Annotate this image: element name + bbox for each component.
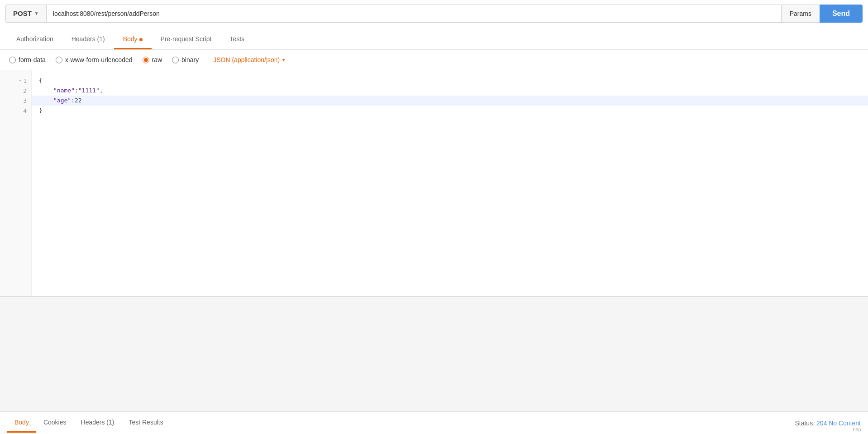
radio-form-data-label: form-data (19, 56, 46, 63)
watermark: http... (850, 425, 868, 434)
collapse-arrow-icon[interactable]: ▾ (19, 78, 21, 83)
radio-binary[interactable]: binary (172, 56, 199, 63)
code-line-3: "age":22 (32, 96, 868, 106)
radio-urlencoded[interactable]: x-www-form-urlencoded (56, 56, 133, 63)
send-button[interactable]: Send (820, 5, 863, 23)
line-numbers: ▾ 1 2 3 4 (0, 70, 32, 296)
tab-tests-label: Tests (229, 35, 244, 43)
status-label: Status: (795, 420, 815, 427)
tab-headers-label: Headers (1) (72, 35, 105, 43)
tab-body[interactable]: Body (114, 30, 152, 49)
radio-raw[interactable]: raw (143, 56, 162, 63)
params-button[interactable]: Params (781, 5, 820, 23)
response-tab-test-results-label: Test Results (129, 419, 163, 426)
response-tab-headers-label: Headers (1) (81, 419, 114, 426)
code-line-1: { (39, 76, 861, 86)
response-tab-cookies-label: Cookies (43, 419, 67, 426)
url-input[interactable] (46, 5, 781, 23)
tab-body-label: Body (123, 35, 138, 43)
tab-pre-request-label: Pre-request Script (161, 35, 212, 43)
radio-form-data[interactable]: form-data (9, 56, 46, 63)
code-line-4: } (39, 106, 861, 116)
body-type-row: form-data x-www-form-urlencoded raw bina… (0, 50, 868, 70)
tab-authorization[interactable]: Authorization (7, 30, 62, 49)
radio-binary-label: binary (181, 56, 199, 63)
tab-headers[interactable]: Headers (1) (62, 30, 114, 49)
line-number-2: 2 (0, 86, 31, 96)
radio-urlencoded-input[interactable] (56, 57, 62, 63)
line-number-1: ▾ 1 (0, 76, 31, 86)
radio-form-data-input[interactable] (9, 57, 16, 63)
json-type-arrow-icon: ▾ (282, 57, 285, 63)
method-selector[interactable]: POST ▼ (5, 5, 46, 23)
response-tab-test-results[interactable]: Test Results (121, 413, 170, 433)
response-tab-body-label: Body (14, 419, 29, 426)
url-bar: POST ▼ Params Send (0, 0, 868, 27)
json-type-dropdown[interactable]: JSON (application/json) ▾ (213, 56, 285, 63)
response-tab-headers[interactable]: Headers (1) (74, 413, 122, 433)
method-label: POST (13, 10, 32, 17)
code-line-2: "name":"1111", (39, 86, 861, 96)
request-tabs: Authorization Headers (1) Body Pre-reque… (0, 27, 868, 50)
line-number-4: 4 (0, 106, 31, 116)
radio-urlencoded-label: x-www-form-urlencoded (65, 56, 133, 63)
line-number-3: 3 (0, 96, 31, 106)
code-editor: ▾ 1 2 3 4 { "name":"1111", "age":22 } (0, 70, 868, 297)
json-type-label: JSON (application/json) (213, 56, 280, 63)
radio-binary-input[interactable] (172, 57, 179, 63)
tab-tests[interactable]: Tests (220, 30, 253, 49)
body-dot-indicator (139, 38, 143, 41)
response-tab-cookies[interactable]: Cookies (36, 413, 74, 433)
tab-pre-request-script[interactable]: Pre-request Script (152, 30, 221, 49)
radio-raw-input[interactable] (143, 57, 149, 63)
radio-raw-label: raw (152, 56, 162, 63)
response-tab-body[interactable]: Body (7, 413, 36, 433)
tab-authorization-label: Authorization (16, 35, 53, 43)
response-bar: Body Cookies Headers (1) Test Results St… (0, 411, 868, 434)
code-body[interactable]: { "name":"1111", "age":22 } (32, 70, 868, 296)
method-chevron-icon: ▼ (34, 11, 39, 16)
